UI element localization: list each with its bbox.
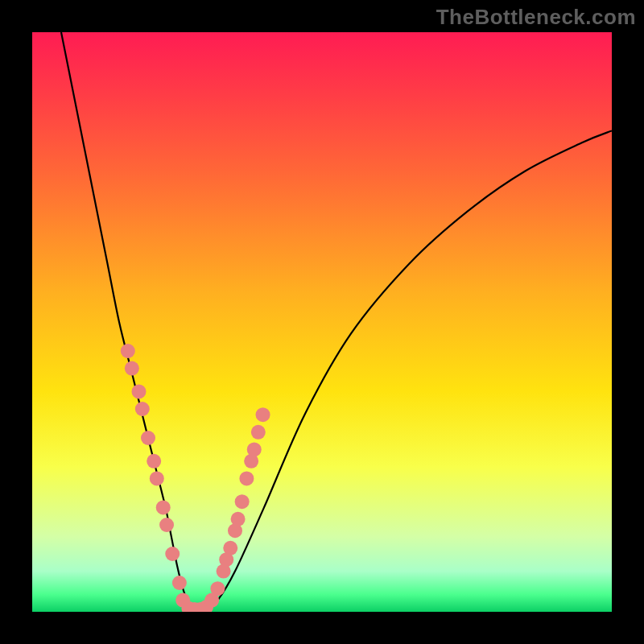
chart-container: TheBottleneck.com [0,0,644,644]
plot-gradient-background [32,32,612,612]
watermark-text: TheBottleneck.com [436,5,636,30]
